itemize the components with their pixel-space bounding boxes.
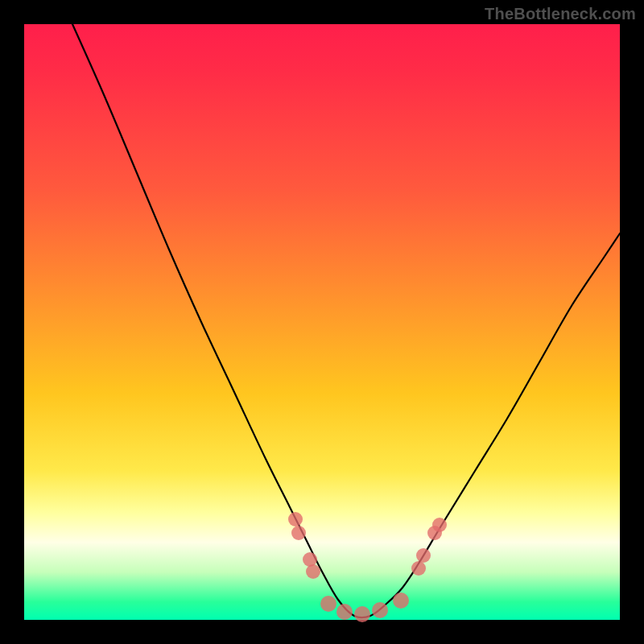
bottleneck-curve	[72, 24, 620, 617]
watermark-text: TheBottleneck.com	[485, 5, 636, 23]
curve-marker	[372, 602, 388, 618]
curve-marker	[393, 592, 409, 609]
curve-marker	[320, 596, 336, 612]
plot-area	[24, 24, 620, 620]
curve-marker	[432, 518, 447, 532]
marker-group	[288, 512, 447, 622]
curve-marker	[416, 548, 431, 563]
curve-marker	[306, 564, 320, 579]
curve-marker	[288, 512, 303, 526]
curve-marker	[291, 526, 306, 540]
curve-marker	[354, 606, 370, 622]
chart-frame: TheBottleneck.com	[0, 0, 644, 644]
chart-svg	[24, 24, 620, 620]
curve-marker	[411, 561, 426, 576]
curve-marker	[336, 604, 353, 620]
